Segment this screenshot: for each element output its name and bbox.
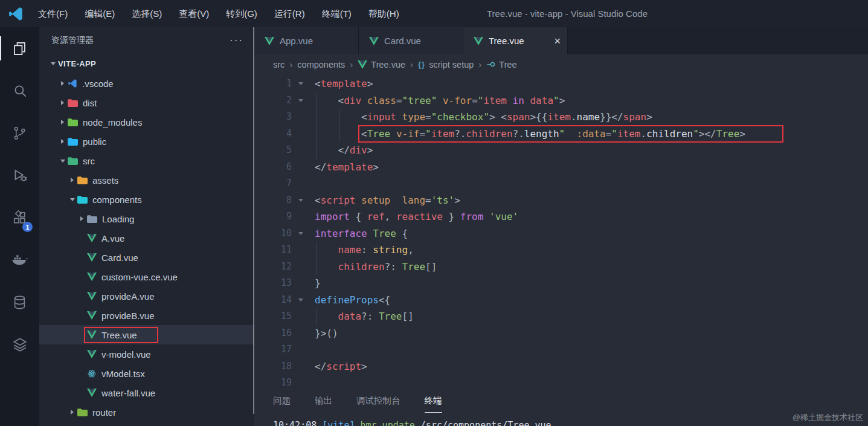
menu-item-运行-r-[interactable]: 运行(R) <box>266 0 313 27</box>
menu-item-转到-g-[interactable]: 转到(G) <box>217 0 266 27</box>
breadcrumb-item-script-setup[interactable]: {}script setup <box>418 60 474 69</box>
window-title: Tree.vue - vite-app - Visual Studio Code <box>487 0 648 27</box>
tree-item-label: router <box>92 407 116 418</box>
panel-tab-输出[interactable]: 输出 <box>315 395 332 413</box>
code-line[interactable]: 3 <input type="checkbox"> <span>{{item.n… <box>254 109 868 126</box>
close-icon[interactable]: × <box>554 36 561 47</box>
activity-run-debug[interactable] <box>0 154 39 196</box>
tree-item-custom-vue-ce-vue[interactable]: custom-vue.ce.vue <box>39 267 254 286</box>
annotation-box: Tree.vue <box>87 330 155 340</box>
tree-item-label: provideB.vue <box>101 311 155 321</box>
line-number: 4 <box>254 126 292 143</box>
activity-explorer[interactable] <box>0 27 39 69</box>
tree-item-loading[interactable]: Loading <box>39 209 254 228</box>
menu-item-选择-s-[interactable]: 选择(S) <box>123 0 170 27</box>
menu-item-编辑-e-[interactable]: 编辑(E) <box>76 0 123 27</box>
code-line[interactable]: 17 <box>254 341 868 358</box>
code-line[interactable]: 7 <box>254 175 868 192</box>
code-line[interactable]: 15 data?: Tree[] <box>254 308 868 325</box>
fold-chevron-icon[interactable] <box>292 99 310 102</box>
breadcrumb-item-src[interactable]: src <box>273 60 285 69</box>
chevron-down-icon <box>48 62 58 65</box>
tree-item-water-fall-vue[interactable]: water-fall.vue <box>39 383 254 402</box>
code-line[interactable]: 16}>() <box>254 325 868 342</box>
tree-item-assets[interactable]: assets <box>39 170 254 190</box>
fold-chevron-icon[interactable] <box>292 199 310 202</box>
more-actions-icon[interactable]: ··· <box>230 34 243 47</box>
code-line[interactable]: 18</script> <box>254 358 868 375</box>
vue-icon <box>87 331 97 339</box>
tab-app-vue[interactable]: App.vue <box>254 27 359 54</box>
tree-item-dist[interactable]: dist <box>39 93 254 112</box>
vue-icon <box>265 37 274 45</box>
tree-item-a-vue[interactable]: A.vue <box>39 228 254 248</box>
code-text: data?: Tree[] <box>310 308 414 325</box>
panel-tab-终端[interactable]: 终端 <box>425 395 442 413</box>
folder-icon <box>77 408 88 416</box>
code-line[interactable]: 4 <Tree v-if="item?.children?.length" :d… <box>254 126 868 143</box>
tree-item-public[interactable]: public <box>39 132 254 151</box>
code-line[interactable]: 9import { ref, reactive } from 'vue' <box>254 208 868 225</box>
activity-database[interactable] <box>0 281 39 323</box>
breadcrumb-item-components[interactable]: components <box>297 60 345 69</box>
tree-item-router[interactable]: router <box>39 402 254 422</box>
tab-tree-vue[interactable]: Tree.vue× <box>463 27 568 54</box>
vue-icon <box>474 37 483 45</box>
code-line[interactable]: 11 name: string, <box>254 242 868 259</box>
code-text: </div> <box>310 142 373 159</box>
code-line[interactable]: 1<template> <box>254 76 868 92</box>
tree-item-providea-vue[interactable]: provideA.vue <box>39 286 254 306</box>
code-line[interactable]: 12 children?: Tree[] <box>254 259 868 276</box>
activity-layers[interactable] <box>0 323 39 366</box>
code-text: } <box>310 275 321 292</box>
activity-docker[interactable] <box>0 239 39 281</box>
title-bar: 文件(F)编辑(E)选择(S)查看(V)转到(G)运行(R)终端(T)帮助(H)… <box>0 0 868 27</box>
menu-item-文件-f-[interactable]: 文件(F) <box>30 0 76 27</box>
tree-item-card-vue[interactable]: Card.vue <box>39 248 254 267</box>
code-line[interactable]: 6</template> <box>254 159 868 176</box>
code-line[interactable]: 8<script setup lang='ts'> <box>254 192 868 209</box>
tree-item-content: Card.vue <box>87 253 138 263</box>
tree-root-vite-app[interactable]: VITE-APP <box>39 54 254 74</box>
tree-item-v-model-vue[interactable]: v-model.vue <box>39 344 254 364</box>
tree-item-vmodel-tsx[interactable]: vModel.tsx <box>39 364 254 383</box>
menu-item-终端-t-[interactable]: 终端(T) <box>313 0 360 27</box>
code-line[interactable]: 10interface Tree { <box>254 225 868 242</box>
activity-extensions[interactable]: 1 <box>0 196 39 239</box>
tree-item-label: public <box>83 137 106 147</box>
code-line[interactable]: 14defineProps<{ <box>254 292 868 309</box>
tree-item-node-modules[interactable]: node_modules <box>39 112 254 132</box>
chevron-right-icon <box>57 120 68 124</box>
activity-search[interactable] <box>0 69 39 112</box>
tree-item-tree-vue[interactable]: Tree.vue <box>39 325 254 344</box>
source-control-icon <box>12 126 27 141</box>
breadcrumb-item-tree-vue[interactable]: Tree.vue <box>358 60 405 69</box>
tab-card-vue[interactable]: Card.vue <box>359 27 463 54</box>
fold-chevron-icon[interactable] <box>292 82 310 85</box>
menu-item-查看-v-[interactable]: 查看(V) <box>170 0 217 27</box>
tree-item--vscode[interactable]: .vscode <box>39 74 254 93</box>
code-editor[interactable]: 1<template>2 <div class="tree" v-for="it… <box>254 74 868 387</box>
code-line[interactable]: 2 <div class="tree" v-for="item in data"… <box>254 92 868 109</box>
tree-item-components[interactable]: components <box>39 190 254 209</box>
panel-tab-调试控制台[interactable]: 调试控制台 <box>356 395 400 413</box>
code-line[interactable]: 5 </div> <box>254 142 868 159</box>
panel-tab-问题[interactable]: 问题 <box>273 395 291 413</box>
breadcrumb-label: Tree <box>499 60 516 69</box>
tree-item-src[interactable]: src <box>39 151 254 170</box>
activity-source-control[interactable] <box>0 112 39 154</box>
tree-item-provideb-vue[interactable]: provideB.vue <box>39 306 254 325</box>
menu-item-帮助-h-[interactable]: 帮助(H) <box>360 0 408 27</box>
tree-item-content: node_modules <box>68 117 142 127</box>
fold-chevron-icon[interactable] <box>292 299 310 302</box>
vscode-logo-icon <box>8 6 24 22</box>
tree-item-label: assets <box>92 175 118 186</box>
breadcrumb-label: src <box>273 60 285 69</box>
code-line[interactable]: 19 <box>254 375 868 387</box>
tree-root-label: VITE-APP <box>58 59 96 68</box>
vue-icon <box>369 37 379 45</box>
vue-icon <box>87 311 97 320</box>
fold-chevron-icon[interactable] <box>292 232 310 235</box>
code-line[interactable]: 13} <box>254 275 868 292</box>
breadcrumb-item-tree[interactable]: Tree <box>486 60 516 69</box>
